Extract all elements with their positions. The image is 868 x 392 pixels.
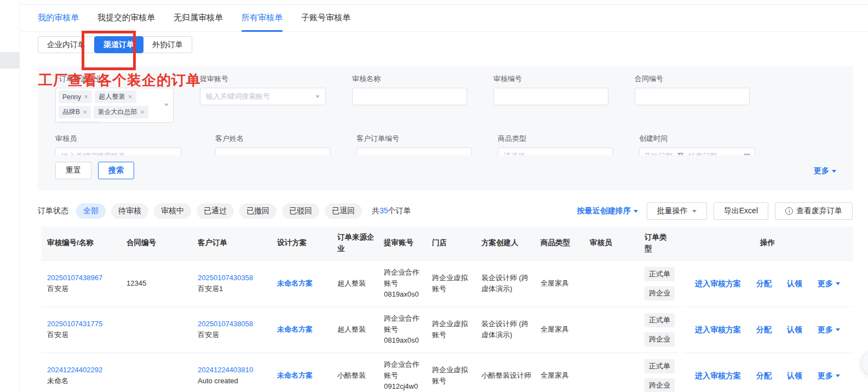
- col-header-customer-order: 客户订单: [198, 226, 277, 261]
- tab-subaccount-reviews[interactable]: 子账号审核单: [301, 13, 350, 31]
- review-no-link[interactable]: 20250107438967: [47, 272, 119, 283]
- review-no-link[interactable]: 20250107431775: [47, 319, 119, 329]
- reviewer-placeholder: 输入关键词搜索账号: [61, 151, 125, 155]
- contract-no-input[interactable]: [635, 88, 750, 105]
- status-pill-rejected[interactable]: 已驳回: [282, 203, 319, 219]
- submit-account-id: 0912cj4w0: [384, 381, 424, 392]
- order-type-badge: 跨企业: [645, 286, 675, 300]
- customer-order-no-input[interactable]: [357, 147, 472, 155]
- claim-link[interactable]: 认领: [787, 370, 802, 382]
- enter-review-link[interactable]: 进入审核方案: [695, 278, 741, 290]
- source-company: 小酷整装: [337, 370, 376, 381]
- main-content: 我的审核单 我提交的审核单 无归属审核单 所有审核单 子账号审核单 企业内订单 …: [20, 4, 868, 392]
- customer-order-no-label: 客户订单编号: [357, 134, 472, 144]
- col-header-submit-account: 提审账号: [384, 226, 432, 261]
- store: 跨企业虚拟账号: [432, 365, 474, 387]
- submit-account: 跨企业合作账号: [384, 313, 424, 335]
- chevron-down-icon: [692, 210, 697, 213]
- status-pill-all[interactable]: 全部: [76, 203, 106, 219]
- customer-order-link[interactable]: 20250107438058: [198, 319, 269, 329]
- export-excel-button[interactable]: 导出Excel: [714, 202, 768, 220]
- contract-no-label: 合同编号: [635, 74, 750, 84]
- source-tag: Penny✕: [59, 90, 92, 103]
- customer-name-input[interactable]: [215, 147, 330, 155]
- review-no-link[interactable]: 20241224402292: [47, 365, 119, 376]
- contract-no: 12345: [127, 278, 190, 289]
- sidebar-collapsed-item[interactable]: [0, 52, 20, 69]
- sort-link[interactable]: 按最近创建排序: [577, 206, 638, 216]
- source-tag: 超人整装✕: [95, 90, 136, 103]
- claim-link[interactable]: 认领: [787, 278, 802, 290]
- filter-created-time: 创建时间 开始日期 至 结束日期: [639, 134, 755, 155]
- tab-my-reviews[interactable]: 我的审核单: [38, 13, 79, 31]
- assign-link[interactable]: 分配: [756, 278, 772, 290]
- chevron-down-icon: [602, 155, 607, 156]
- source-company: 超人整装: [337, 278, 376, 289]
- tag-close-icon[interactable]: ✕: [140, 109, 144, 115]
- status-pill-withdrawn[interactable]: 已撤回: [239, 203, 277, 219]
- order-total-count: 35: [380, 206, 388, 215]
- more-actions-link[interactable]: 更多: [818, 278, 840, 290]
- more-filters-link[interactable]: 更多: [814, 166, 836, 176]
- order-source-multiselect[interactable]: Penny✕ 超人整装✕ 品牌B✕ 装企大白总部✕ 小酷整装✕: [55, 88, 174, 123]
- tag-close-icon[interactable]: ✕: [128, 94, 132, 100]
- order-tab-channel[interactable]: 渠道订单: [94, 36, 143, 53]
- customer-order-link[interactable]: 20250107430358: [198, 272, 269, 283]
- tag-close-icon[interactable]: ✕: [83, 109, 87, 115]
- plan-creator: 装企设计师 (跨虚体演示): [481, 272, 533, 294]
- search-button[interactable]: 搜索: [98, 162, 134, 179]
- view-discarded-button[interactable]: i查看废弃订单: [775, 202, 853, 220]
- review-name: 百安居: [47, 329, 119, 340]
- tab-all-reviews[interactable]: 所有审核单: [242, 13, 283, 31]
- tab-unassigned-reviews[interactable]: 无归属审核单: [174, 13, 223, 31]
- assign-link[interactable]: 分配: [756, 370, 772, 382]
- reviewer-select[interactable]: 输入关键词搜索账号: [55, 147, 181, 155]
- review-no-input[interactable]: [493, 88, 608, 105]
- status-pill-returned[interactable]: 已退回: [325, 203, 362, 219]
- order-type-tabs: 企业内订单 渠道订单 外协订单: [38, 36, 868, 53]
- tag-close-icon[interactable]: ✕: [84, 94, 88, 100]
- category-select[interactable]: 请选择: [498, 147, 613, 155]
- design-plan-link[interactable]: 未命名方案: [277, 278, 330, 289]
- source-tag: 装企大白总部✕: [94, 106, 148, 118]
- col-header-category: 商品类型: [541, 226, 590, 261]
- status-pill-pending[interactable]: 待审核: [111, 203, 148, 219]
- more-actions-link[interactable]: 更多: [818, 324, 840, 336]
- customer-order-link[interactable]: 20241224403810: [198, 365, 269, 376]
- source-company: 超人整装: [337, 324, 376, 335]
- tab-my-submitted-reviews[interactable]: 我提交的审核单: [97, 13, 155, 31]
- filter-contract-no: 合同编号: [635, 74, 750, 123]
- enter-review-link[interactable]: 进入审核方案: [695, 370, 741, 382]
- filter-reviewer: 审核员 输入关键词搜索账号: [55, 134, 181, 155]
- design-plan-link[interactable]: 未命名方案: [277, 370, 330, 381]
- design-plan-link[interactable]: 未命名方案: [277, 324, 330, 335]
- chevron-down-icon: [836, 328, 840, 331]
- review-name-label: 审核名称: [352, 74, 467, 84]
- claim-link[interactable]: 认领: [787, 324, 802, 336]
- reset-button[interactable]: 重置: [55, 162, 91, 179]
- enter-review-link[interactable]: 进入审核方案: [695, 324, 741, 336]
- status-pill-reviewing[interactable]: 审核中: [154, 203, 191, 219]
- fixed-column-gap: [679, 307, 683, 353]
- created-time-daterange[interactable]: 开始日期 至 结束日期: [639, 147, 755, 155]
- review-name: 百安居: [47, 283, 119, 294]
- order-tab-outsource[interactable]: 外协订单: [143, 36, 192, 53]
- assign-link[interactable]: 分配: [756, 324, 772, 336]
- chevron-down-icon: [634, 210, 638, 213]
- plan-creator: 装企设计师 (跨虚体演示): [481, 319, 533, 340]
- order-type-badge: 跨企业: [645, 332, 675, 346]
- customer-order-name: Auto created: [198, 376, 269, 387]
- date-end-placeholder: 结束日期: [688, 151, 717, 155]
- submit-account-select[interactable]: 输入关键词搜索账号: [200, 88, 326, 105]
- table-row: 20241224402292未命名 20241224403810Auto cre…: [42, 353, 853, 392]
- more-actions-link[interactable]: 更多: [818, 370, 840, 382]
- col-header-contract-no: 合同编号: [127, 226, 198, 261]
- filter-category: 商品类型 请选择: [498, 134, 613, 155]
- review-name-input[interactable]: [352, 88, 467, 105]
- table-toolbar: 按最近创建排序 批量操作 导出Excel i查看废弃订单: [577, 202, 853, 220]
- batch-actions-button[interactable]: 批量操作: [647, 202, 707, 220]
- status-pill-passed[interactable]: 已通过: [197, 203, 234, 219]
- chevron-down-icon: [836, 282, 840, 285]
- order-tab-internal[interactable]: 企业内订单: [38, 36, 95, 53]
- submit-account-id: 0819ax0s0: [384, 335, 424, 346]
